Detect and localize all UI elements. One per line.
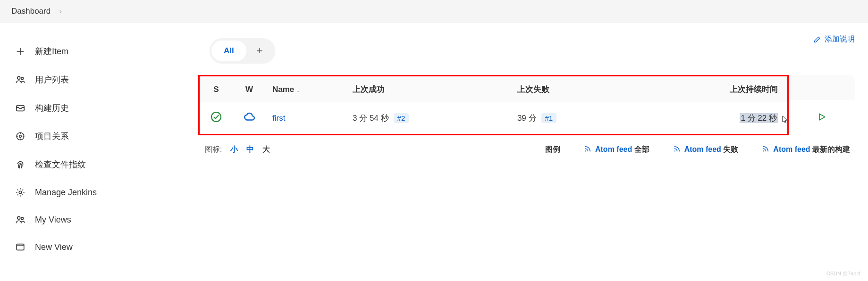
svg-point-5 (19, 191, 22, 194)
col-name[interactable]: Name↓ (266, 76, 346, 102)
svg-point-12 (763, 150, 764, 151)
sort-indicator-icon: ↓ (296, 85, 300, 94)
last-duration-cell: 1 分 22 秒 (635, 102, 787, 134)
atom-feed-fail-link[interactable]: Atom feed 失败 (673, 145, 739, 155)
job-link[interactable]: first (272, 114, 285, 123)
sidebar-item-new-view[interactable]: New View (0, 233, 198, 261)
fingerprint-icon (15, 159, 25, 170)
sidebar-item-manage-jenkins[interactable]: Manage Jenkins (0, 179, 198, 206)
atom-feed-latest-link[interactable]: Atom feed 最新的构建 (762, 145, 850, 155)
svg-point-10 (585, 150, 586, 151)
jobs-table: S W Name↓ 上次成功 上次失败 上次持续时间 (200, 76, 787, 134)
last-success-cell: 3 分 54 秒#2 (346, 102, 511, 134)
target-icon (15, 131, 25, 141)
inbox-icon (15, 103, 25, 113)
pencil-icon (813, 36, 821, 43)
status-cell (200, 102, 233, 134)
name-cell: first (266, 102, 346, 134)
run-build-button[interactable] (817, 112, 826, 124)
sidebar-item-label: 用户列表 (35, 74, 69, 85)
cursor-icon (782, 116, 788, 126)
chevron-right-icon: › (59, 7, 62, 16)
sidebar-item-label: 检查文件指纹 (35, 159, 86, 170)
size-small-link[interactable]: 小 (230, 145, 238, 155)
jobs-table-highlighted: S W Name↓ 上次成功 上次失败 上次持续时间 (198, 75, 789, 135)
sidebar-item-my-views[interactable]: My Views (0, 206, 198, 233)
sidebar-item-label: Manage Jenkins (35, 188, 97, 198)
col-run (789, 75, 855, 100)
table-row: first 3 分 54 秒#2 39 分#1 1 分 22 秒 (200, 102, 787, 134)
sidebar: 新建Item 用户列表 构建历史 项目关系 检查文件指纹 Manage Jenk… (0, 23, 198, 261)
cloud-icon (243, 116, 255, 125)
weather-cell (233, 102, 266, 134)
sidebar-item-people[interactable]: 用户列表 (0, 66, 198, 94)
col-weather[interactable]: W (233, 76, 266, 102)
col-last-success[interactable]: 上次成功 (346, 76, 511, 102)
gear-icon (15, 187, 25, 198)
svg-rect-8 (17, 244, 24, 250)
sidebar-item-label: 项目关系 (35, 131, 69, 142)
rss-icon (584, 145, 591, 155)
sidebar-item-label: 新建Item (35, 46, 68, 57)
rss-icon (762, 145, 769, 155)
build-link[interactable]: #1 (541, 113, 557, 123)
col-last-duration[interactable]: 上次持续时间 (635, 76, 787, 102)
tab-add-button[interactable]: + (246, 40, 273, 62)
atom-feed-all-link[interactable]: Atom feed 全部 (584, 145, 649, 155)
table-header-row: S W Name↓ 上次成功 上次失败 上次持续时间 (200, 76, 787, 102)
main-content: 添加说明 All + S W Name↓ 上次成功 上次失败 上次持续时间 (198, 23, 868, 261)
col-last-failure[interactable]: 上次失败 (511, 76, 635, 102)
svg-point-4 (19, 135, 22, 138)
rss-icon (673, 145, 681, 155)
svg-point-6 (17, 216, 20, 219)
breadcrumb-dashboard-link[interactable]: Dashboard (11, 7, 51, 16)
sidebar-item-project-relationship[interactable]: 项目关系 (0, 122, 198, 150)
tab-all[interactable]: All (211, 41, 246, 61)
last-failure-cell: 39 分#1 (511, 102, 635, 134)
plus-icon (15, 46, 25, 57)
sidebar-item-new[interactable]: 新建Item (0, 37, 198, 66)
sidebar-item-label: My Views (35, 215, 71, 225)
sidebar-item-fingerprint[interactable]: 检查文件指纹 (0, 150, 198, 179)
people-icon (15, 74, 25, 85)
svg-point-9 (211, 112, 221, 122)
sidebar-item-build-history[interactable]: 构建历史 (0, 94, 198, 122)
size-medium-link[interactable]: 中 (246, 145, 254, 155)
svg-point-0 (17, 76, 20, 79)
footer-bar: 图标: 小 中 大 图例 Atom feed 全部 Atom feed 失败 A… (198, 135, 855, 159)
window-icon (15, 242, 25, 252)
duration-text: 1 分 22 秒 (740, 113, 778, 123)
success-icon (211, 116, 222, 124)
svg-point-7 (21, 217, 24, 220)
svg-point-1 (21, 77, 24, 80)
add-description-label: 添加说明 (825, 34, 855, 44)
add-description-link[interactable]: 添加说明 (813, 34, 855, 44)
breadcrumb: Dashboard › (0, 0, 868, 23)
col-status[interactable]: S (200, 76, 233, 102)
size-large-link[interactable]: 大 (262, 145, 270, 155)
sidebar-item-label: New View (35, 242, 73, 252)
view-tabs: All + (210, 38, 275, 64)
build-link[interactable]: #2 (394, 113, 409, 123)
sidebar-item-label: 构建历史 (35, 102, 69, 114)
icon-size-label: 图标: (205, 145, 222, 155)
svg-point-11 (674, 150, 675, 151)
people-icon (15, 215, 25, 225)
legend-link[interactable]: 图例 (545, 145, 560, 155)
